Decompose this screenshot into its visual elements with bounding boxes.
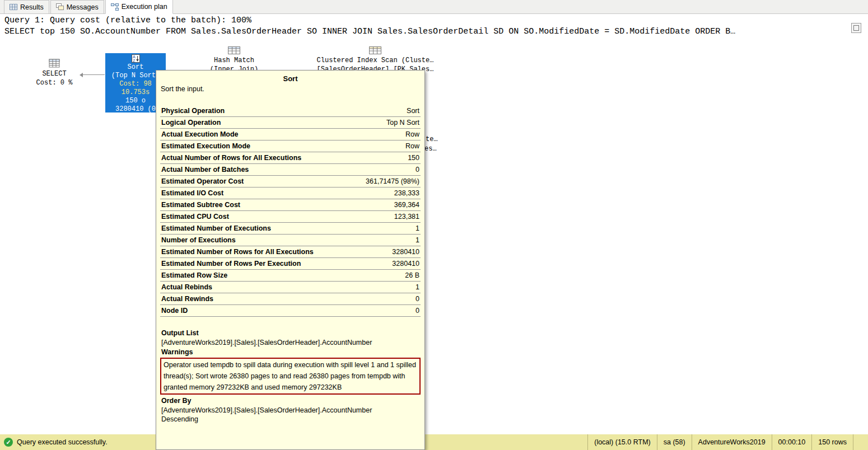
tooltip-row-label: Estimated CPU Cost	[161, 212, 229, 221]
tooltip-row-label: Estimated I/O Cost	[161, 189, 223, 198]
tooltip-row-value: 369,364	[394, 200, 419, 209]
plan-query-header: Query 1: Query cost (relative to the bat…	[0, 15, 868, 39]
ssms-results-pane: Results Messages Execution plan Query 1:…	[0, 0, 868, 450]
select-operator-icon	[49, 58, 60, 68]
tooltip-row-value: Sort	[407, 106, 419, 115]
status-right-group: (local) (15.0 RTM) sa (58) AdventureWork…	[587, 434, 868, 450]
svg-text:Z: Z	[133, 59, 136, 63]
select-node-cost: Cost: 0 %	[36, 79, 73, 87]
tab-messages-label: Messages	[67, 3, 99, 11]
tab-results[interactable]: Results	[4, 0, 49, 13]
tooltip-row: Estimated Subtree Cost 369,364	[160, 199, 421, 211]
arrow-line	[82, 74, 105, 75]
tooltip-row-value: Row	[405, 130, 419, 139]
tooltip-row-label: Estimated Row Size	[161, 271, 227, 280]
operator-tooltip: Sort Sort the input. Physical Operation …	[156, 70, 425, 450]
query-statement-line: SELECT top 150 SO.AccountNumber FROM Sal…	[4, 27, 735, 36]
tooltip-row-label: Estimated Subtree Cost	[161, 200, 240, 209]
tooltip-row-value: 1	[416, 236, 419, 245]
tooltip-row-label: Actual Execution Mode	[161, 130, 239, 139]
tooltip-row: Actual Number of Rows for All Executions…	[160, 152, 421, 164]
tab-bar: Results Messages Execution plan	[0, 0, 868, 14]
status-database: AdventureWorks2019	[692, 434, 772, 450]
tooltip-row: Estimated I/O Cost 238,333	[160, 187, 421, 199]
tooltip-row-value: 1	[416, 224, 419, 233]
tooltip-row-value: Top N Sort	[386, 118, 419, 127]
status-server: (local) (15.0 RTM)	[587, 434, 656, 450]
select-node-title: SELECT	[42, 70, 66, 78]
tab-messages[interactable]: Messages	[50, 0, 104, 13]
execution-plan-icon	[111, 3, 119, 11]
tooltip-row-label: Estimated Number of Executions	[161, 224, 271, 233]
warnings-label: Warnings	[160, 347, 421, 357]
tooltip-row-label: Node ID	[161, 306, 188, 315]
tooltip-row: Estimated Number of Executions 1	[160, 223, 421, 235]
tooltip-row-label: Actual Rebinds	[161, 283, 212, 292]
tooltip-row-value: 0	[416, 306, 419, 315]
status-duration: 00:00:10	[772, 434, 812, 450]
tooltip-row: Estimated Execution Mode Row	[160, 140, 421, 152]
tooltip-rows: Physical Operation Sort Logical Operatio…	[160, 105, 421, 317]
tooltip-row: Estimated Row Size 26 B	[160, 270, 421, 282]
tooltip-row-value: 361,71475 (98%)	[366, 177, 419, 186]
success-check-icon: ✓	[4, 438, 13, 447]
execution-plan-canvas: SELECT Cost: 0 % AZ Sort (Top N Sort) Co…	[0, 39, 868, 434]
status-user: sa (58)	[657, 434, 692, 450]
order-by-value: [AdventureWorks2019].[Sales].[SalesOrder…	[160, 406, 421, 415]
tooltip-row-label: Estimated Number of Rows for All Executi…	[161, 247, 314, 256]
order-by-direction: Descending	[160, 415, 421, 424]
status-message: Query executed successfully.	[17, 438, 108, 446]
tooltip-subtitle: Sort the input.	[156, 84, 424, 105]
hidden-node-text-fragment: te…	[426, 135, 438, 143]
tooltip-row-value: Row	[405, 142, 419, 151]
tooltip-row: Estimated CPU Cost 123,381	[160, 211, 421, 223]
tab-execution-plan[interactable]: Execution plan	[105, 0, 173, 14]
tooltip-title: Sort	[156, 71, 424, 84]
tooltip-row-value: 1	[416, 283, 419, 292]
order-by-label: Order By	[160, 396, 421, 406]
tooltip-row: Actual Execution Mode Row	[160, 129, 421, 140]
results-grid-icon	[10, 3, 17, 11]
plan-node-select[interactable]: SELECT Cost: 0 %	[29, 58, 80, 87]
tooltip-row-value: 26 B	[405, 271, 419, 280]
sort-operator-icon: AZ	[132, 54, 140, 63]
tooltip-row-value: 3280410	[392, 247, 419, 256]
tab-results-label: Results	[20, 3, 44, 11]
status-resize-area	[853, 434, 868, 450]
query-cost-line: Query 1: Query cost (relative to the bat…	[4, 16, 251, 25]
expand-plan-button[interactable]	[851, 23, 861, 33]
tooltip-row-label: Estimated Execution Mode	[161, 142, 250, 151]
tooltip-row: Logical Operation Top N Sort	[160, 117, 421, 129]
scan-node-title: Clustered Index Scan (Cluste…	[317, 57, 434, 64]
hidden-node-text-fragment: es…	[424, 145, 437, 153]
status-rowcount: 150 rows	[811, 434, 853, 450]
tab-execution-plan-label: Execution plan	[122, 3, 167, 11]
arrow-head	[80, 73, 83, 77]
tooltip-row: Physical Operation Sort	[160, 105, 421, 117]
index-scan-icon	[369, 46, 381, 55]
spill-warning-box: Operator used tempdb to spill data durin…	[160, 358, 421, 395]
status-bar: ✓ Query executed successfully. (local) (…	[0, 434, 868, 450]
tooltip-row: Node ID 0	[160, 305, 421, 317]
tooltip-row: Estimated Operator Cost 361,71475 (98%)	[160, 176, 421, 187]
tooltip-row-value: 3280410	[392, 259, 419, 268]
tooltip-row: Actual Number of Batches 0	[160, 164, 421, 176]
tooltip-row: Actual Rewinds 0	[160, 293, 421, 305]
tooltip-row: Estimated Number of Rows Per Execution 3…	[160, 258, 421, 270]
tooltip-row-value: 123,381	[394, 212, 419, 221]
tooltip-row-value: 0	[416, 165, 419, 174]
tooltip-row: Actual Rebinds 1	[160, 282, 421, 293]
messages-icon	[56, 3, 64, 11]
hash-node-title: Hash Match	[214, 57, 254, 64]
tooltip-row-label: Physical Operation	[161, 106, 225, 115]
tooltip-row-label: Estimated Number of Rows Per Execution	[161, 259, 301, 268]
hash-match-icon	[228, 46, 240, 55]
tooltip-row-label: Number of Executions	[161, 236, 236, 245]
tooltip-row: Estimated Number of Rows for All Executi…	[160, 246, 421, 258]
tooltip-row-label: Actual Number of Batches	[161, 165, 249, 174]
plan-edge-arrow	[80, 73, 105, 77]
output-list-label: Output List	[160, 328, 421, 338]
tooltip-row-value: 150	[408, 153, 419, 162]
tooltip-row-label: Logical Operation	[161, 118, 221, 127]
tooltip-row-label: Actual Rewinds	[161, 294, 213, 303]
